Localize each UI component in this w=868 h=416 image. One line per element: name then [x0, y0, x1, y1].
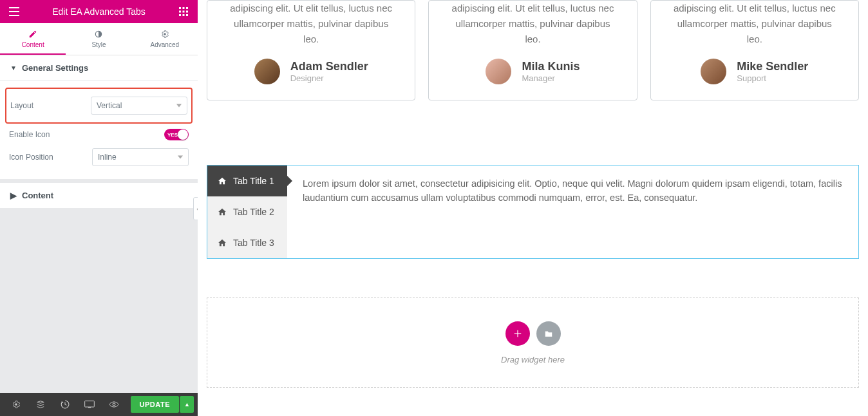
- update-more-button[interactable]: ▲: [180, 396, 194, 413]
- icon-position-label: Icon Position: [9, 153, 53, 162]
- svg-rect-6: [179, 14, 181, 16]
- section-general-label: General Settings: [22, 63, 88, 73]
- enable-icon-label: Enable Icon: [9, 130, 50, 139]
- icon-position-select[interactable]: Inline: [92, 148, 189, 166]
- icon-position-value: Inline: [98, 153, 117, 162]
- apps-icon[interactable]: [175, 3, 193, 21]
- svg-rect-3: [179, 11, 181, 13]
- tab-content[interactable]: Content: [0, 23, 66, 55]
- section-general-body: Layout Vertical Enable Icon YES Icon Pos…: [0, 81, 198, 179]
- svg-point-14: [113, 403, 115, 406]
- tab-style[interactable]: Style: [66, 23, 131, 55]
- sidebar-header: Edit EA Advanced Tabs: [0, 0, 198, 23]
- panel-tabs: Content Style Advanced: [0, 23, 198, 55]
- tab-label: Tab Title 2: [233, 207, 274, 217]
- svg-rect-5: [186, 11, 188, 13]
- section-content-label: Content: [22, 191, 53, 200]
- advanced-tabs-widget[interactable]: Tab Title 1 Tab Title 2 Tab Title 3 Lore…: [207, 165, 859, 259]
- testimonial-text: adipiscing elit. Ut elit tellus, luctus …: [227, 1, 395, 47]
- menu-icon[interactable]: [5, 3, 23, 21]
- tab-content-label: Content: [22, 41, 44, 48]
- avatar: [486, 59, 511, 84]
- author-role: Designer: [290, 73, 368, 83]
- layout-value: Vertical: [97, 101, 122, 110]
- author-role: Support: [737, 73, 808, 83]
- update-button[interactable]: UPDATE: [131, 396, 179, 413]
- svg-rect-12: [85, 401, 95, 407]
- editor-sidebar: Edit EA Advanced Tabs Content Style Adva…: [0, 0, 198, 416]
- testimonial-card: adipiscing elit. Ut elit tellus, luctus …: [428, 0, 637, 100]
- tab-label: Tab Title 3: [233, 238, 274, 248]
- tab-label: Tab Title 1: [233, 176, 274, 186]
- tab-nav: Tab Title 1 Tab Title 2 Tab Title 3: [207, 165, 287, 258]
- author-role: Manager: [522, 73, 580, 83]
- drop-hint: Drag widget here: [501, 355, 565, 364]
- testimonial-text: adipiscing elit. Ut elit tellus, luctus …: [448, 1, 617, 47]
- navigator-icon[interactable]: [28, 393, 53, 416]
- svg-rect-7: [183, 14, 185, 16]
- author-name: Mila Kunis: [522, 60, 580, 73]
- toggle-knob: [178, 129, 188, 140]
- tab-nav-item-1[interactable]: Tab Title 1: [207, 165, 287, 196]
- avatar: [254, 59, 280, 84]
- panel-title: Edit EA Advanced Tabs: [23, 6, 175, 17]
- responsive-icon[interactable]: [77, 393, 102, 416]
- svg-rect-4: [183, 11, 185, 13]
- svg-rect-13: [88, 407, 91, 408]
- tab-nav-item-3[interactable]: Tab Title 3: [207, 227, 287, 258]
- section-general-settings[interactable]: ▼ General Settings: [0, 55, 198, 81]
- history-icon[interactable]: [53, 393, 77, 416]
- settings-icon[interactable]: [4, 393, 28, 416]
- svg-rect-1: [183, 7, 185, 9]
- editor-footer: UPDATE ▲: [0, 393, 198, 416]
- testimonial-card: adipiscing elit. Ut elit tellus, luctus …: [650, 0, 859, 100]
- chevron-down-icon: ▼: [10, 64, 17, 71]
- tab-style-label: Style: [91, 41, 106, 48]
- chevron-right-icon: ▶: [10, 191, 17, 200]
- toggle-value: YES: [167, 132, 178, 138]
- layout-control-highlight: Layout Vertical: [5, 88, 193, 124]
- tab-advanced[interactable]: Advanced: [132, 23, 198, 55]
- svg-rect-2: [186, 7, 188, 9]
- author-name: Mike Sendler: [737, 60, 808, 73]
- tab-nav-item-2[interactable]: Tab Title 2: [207, 196, 287, 227]
- preview-icon[interactable]: [102, 393, 126, 416]
- tab-content-panel: Lorem ipsum dolor sit amet, consectetur …: [287, 165, 858, 258]
- testimonial-text: adipiscing elit. Ut elit tellus, luctus …: [670, 1, 839, 47]
- section-content[interactable]: ▶ Content: [0, 179, 198, 208]
- svg-rect-8: [186, 14, 188, 16]
- editor-canvas: adipiscing elit. Ut elit tellus, luctus …: [198, 0, 868, 416]
- enable-icon-toggle[interactable]: YES: [164, 129, 189, 140]
- author-name: Adam Sendler: [290, 60, 368, 73]
- template-button[interactable]: [536, 321, 561, 346]
- testimonial-card: adipiscing elit. Ut elit tellus, luctus …: [207, 0, 415, 100]
- tab-advanced-label: Advanced: [151, 41, 179, 48]
- add-section-button[interactable]: [505, 321, 530, 346]
- layout-label: Layout: [10, 101, 33, 110]
- avatar: [701, 59, 726, 84]
- svg-rect-0: [179, 7, 181, 9]
- svg-point-11: [15, 403, 17, 406]
- testimonial-row: adipiscing elit. Ut elit tellus, luctus …: [207, 0, 859, 100]
- drop-zone[interactable]: Drag widget here: [207, 298, 859, 388]
- layout-select[interactable]: Vertical: [91, 97, 187, 115]
